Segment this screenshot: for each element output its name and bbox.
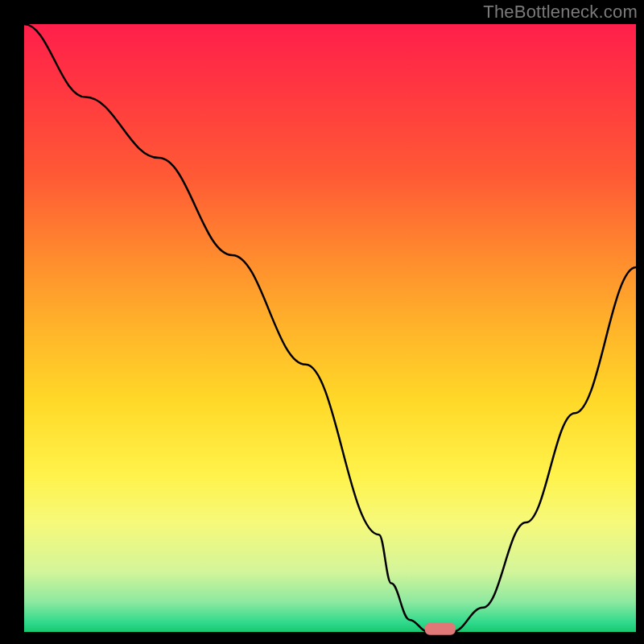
watermark-text: TheBottleneck.com xyxy=(483,2,638,23)
gradient-background xyxy=(24,24,636,632)
bottleneck-chart xyxy=(0,0,644,644)
optimal-marker xyxy=(425,623,456,635)
chart-container: TheBottleneck.com xyxy=(0,0,644,644)
